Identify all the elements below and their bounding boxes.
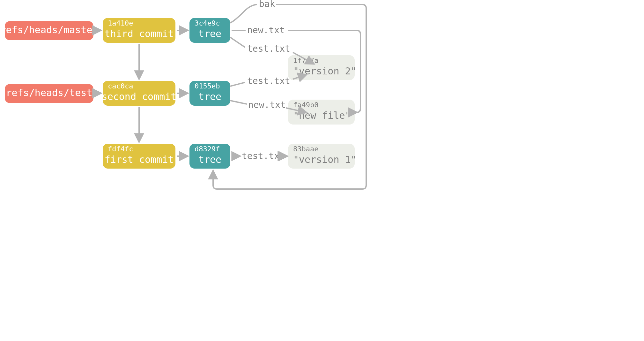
- ref-master: refs/heads/master: [0, 21, 98, 40]
- edge-tree2-newtxt: [230, 101, 247, 104]
- blob-v1-hash: 83baae: [293, 145, 318, 153]
- blob-v2: 1f7a7a "version 2": [288, 55, 357, 80]
- edge-label-t2-test: test.txt: [247, 76, 290, 86]
- blob-v1-label: "version 1": [293, 154, 357, 165]
- blob-v2-hash: 1f7a7a: [293, 57, 318, 64]
- tree-2-hash: 0155eb: [195, 82, 220, 90]
- commit-third: 1a410e third commit: [103, 18, 175, 43]
- ref-test-label: refs/heads/test: [6, 87, 93, 98]
- tree-2-label: tree: [198, 91, 221, 102]
- tree-1: d8329f tree: [189, 144, 230, 169]
- ref-master-label: refs/heads/master: [0, 24, 98, 35]
- blob-v2-label: "version 2": [293, 65, 357, 77]
- tree-1-label: tree: [198, 154, 221, 165]
- edge-tree2-testtxt: [230, 82, 245, 86]
- blob-newfile-hash: fa49b0: [293, 101, 318, 109]
- commit-third-hash: 1a410e: [108, 19, 133, 27]
- edge-tree3-testtxt: [230, 37, 245, 47]
- edge-label-bak: bak: [259, 0, 275, 9]
- commit-second-hash: cac0ca: [108, 82, 133, 90]
- tree-1-hash: d8329f: [195, 145, 220, 153]
- commit-third-label: third commit: [105, 28, 174, 39]
- edge-label-t2-new: new.txt: [248, 100, 286, 110]
- tree-3: 3c4e9c tree: [189, 18, 230, 43]
- edge-label-t3-new: new.txt: [247, 25, 285, 35]
- git-object-graph: refs/heads/master refs/heads/test 1a410e…: [0, 0, 483, 255]
- blob-newfile: fa49b0 "new file": [288, 100, 355, 125]
- commit-first-hash: fdf4fc: [108, 145, 133, 153]
- edge-label-t3-test: test.txt: [247, 43, 290, 54]
- edge-tree3-bak: [230, 4, 257, 23]
- tree-2: 0155eb tree: [189, 81, 230, 106]
- blob-v1: 83baae "version 1": [288, 144, 357, 169]
- commit-second-label: second commit: [102, 91, 177, 102]
- commit-second: cac0ca second commit: [102, 81, 177, 106]
- commit-first: fdf4fc first commit: [103, 144, 175, 169]
- ref-test: refs/heads/test: [5, 84, 93, 103]
- commit-first-label: first commit: [105, 154, 174, 165]
- tree-3-label: tree: [198, 28, 221, 39]
- tree-3-hash: 3c4e9c: [195, 19, 220, 27]
- edge-label-t1-test: test.txt: [242, 151, 285, 161]
